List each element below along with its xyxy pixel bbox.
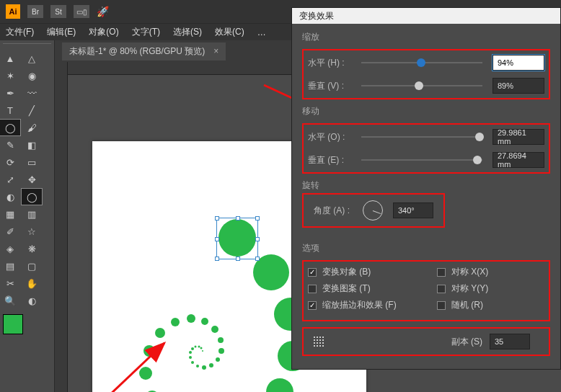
symbol-tool-icon[interactable]: ❋ bbox=[22, 241, 42, 257]
line-tool-icon[interactable]: ╱ bbox=[22, 102, 42, 118]
svg-point-19 bbox=[216, 357, 220, 362]
angle-label: 角度 (A) : bbox=[314, 205, 357, 217]
rect-tool-icon[interactable]: ▭ bbox=[22, 154, 42, 170]
star-tool-icon[interactable]: ☆ bbox=[22, 223, 42, 239]
pen-tool-icon[interactable]: ✒ bbox=[0, 85, 20, 101]
move-heading: 移动 bbox=[302, 105, 550, 117]
toolbox: ▲△ ✶◉ ✒〰 T╱ ◯🖌 ✎◧ ⟳▭ ⤢✥ ◐◯ ▦▥ ✐☆ ◈❋ ▤▢ ✂… bbox=[0, 40, 55, 392]
angle-dial-icon[interactable] bbox=[363, 200, 383, 220]
svg-point-28 bbox=[198, 346, 200, 348]
scale-h-label: 水平 (H) : bbox=[308, 57, 351, 69]
svg-point-16 bbox=[211, 326, 218, 333]
scale-v-label: 垂直 (V) : bbox=[308, 80, 351, 92]
svg-point-18 bbox=[218, 348, 224, 354]
scale-v-input[interactable]: 89% bbox=[492, 78, 544, 94]
svg-point-21 bbox=[202, 365, 206, 370]
scale-h-input[interactable]: 94% bbox=[492, 55, 544, 71]
copies-input[interactable]: 35 bbox=[490, 334, 530, 349]
svg-point-12 bbox=[155, 328, 165, 338]
ellipse2-tool-icon[interactable]: ◯ bbox=[22, 189, 42, 205]
svg-point-15 bbox=[201, 318, 208, 325]
mesh-tool-icon[interactable]: ▦ bbox=[0, 206, 20, 222]
svg-point-27 bbox=[195, 346, 197, 348]
eraser-tool-icon[interactable]: ◧ bbox=[22, 137, 42, 153]
copies-label: 副本 (S) bbox=[451, 336, 482, 348]
artboard-tool-icon[interactable]: ▢ bbox=[22, 258, 42, 274]
reflect-y-checkbox[interactable] bbox=[437, 285, 446, 293]
svg-point-23 bbox=[191, 361, 194, 364]
svg-point-25 bbox=[189, 351, 192, 354]
move-v-slider[interactable] bbox=[361, 159, 482, 161]
svg-point-13 bbox=[171, 318, 180, 326]
transform-object-checkbox[interactable] bbox=[308, 268, 317, 277]
options-group-highlight: 变换对象 (B) 变换图案 (T) 缩放描边和效果 (F) 对称 X(X) 对称… bbox=[302, 260, 550, 321]
rotate-group-highlight: 角度 (A) : 340° bbox=[302, 193, 445, 228]
move-h-slider[interactable] bbox=[361, 136, 482, 138]
stock-icon[interactable]: St bbox=[50, 5, 66, 18]
transform-effect-dialog: 变换效果 缩放 水平 (H) : 94% 垂直 (V) : 89% 移动 水平 … bbox=[291, 7, 561, 370]
toggle-tool-icon[interactable]: ◐ bbox=[22, 293, 42, 308]
reflect-y-label: 对称 Y(Y) bbox=[451, 282, 488, 295]
move-h-input[interactable]: 29.9861 mm bbox=[492, 129, 544, 145]
bridge-icon[interactable]: Br bbox=[27, 5, 43, 18]
reflect-x-checkbox[interactable] bbox=[437, 268, 446, 277]
hand-tool-icon[interactable]: ✋ bbox=[22, 275, 42, 291]
menu-type[interactable]: 文字(T) bbox=[132, 26, 160, 38]
gpu-icon[interactable]: 🚀 bbox=[97, 6, 109, 17]
scale-v-slider[interactable] bbox=[361, 85, 482, 86]
eyedropper-tool-icon[interactable]: ✐ bbox=[0, 223, 20, 239]
type-tool-icon[interactable]: T bbox=[0, 102, 20, 118]
doc-tab[interactable]: 未标题-1* @ 80% (RGB/GPU 预览) × bbox=[62, 43, 226, 61]
svg-point-22 bbox=[196, 365, 199, 368]
reflect-x-label: 对称 X(X) bbox=[451, 266, 488, 278]
ellipse-tool-icon[interactable]: ◯ bbox=[0, 120, 20, 135]
brush-tool-icon[interactable]: 🖌 bbox=[22, 120, 42, 135]
rotate-heading: 旋转 bbox=[302, 179, 550, 192]
move-h-label: 水平 (O) : bbox=[308, 131, 351, 143]
curvature-tool-icon[interactable]: 〰 bbox=[22, 85, 42, 101]
ruler-vertical bbox=[55, 62, 68, 392]
rotate-tool-icon[interactable]: ⟳ bbox=[0, 154, 20, 170]
shaper-tool-icon[interactable]: ✎ bbox=[0, 137, 20, 153]
menu-file[interactable]: 文件(F) bbox=[6, 26, 34, 38]
zoom-tool-icon[interactable]: 🔍 bbox=[0, 293, 20, 308]
arrange-icon[interactable]: ▭▯ bbox=[74, 5, 89, 18]
close-tab-icon[interactable]: × bbox=[213, 46, 218, 56]
selection-tool-icon[interactable]: ▲ bbox=[0, 50, 20, 66]
svg-point-29 bbox=[200, 347, 203, 349]
random-checkbox[interactable] bbox=[437, 301, 446, 310]
svg-point-24 bbox=[189, 356, 192, 359]
scale-h-slider[interactable] bbox=[361, 62, 482, 63]
angle-input[interactable]: 340° bbox=[393, 202, 433, 218]
shapebuilder-tool-icon[interactable]: ◐ bbox=[0, 189, 20, 205]
scale-heading: 缩放 bbox=[302, 31, 550, 43]
svg-point-11 bbox=[143, 345, 155, 357]
slice-tool-icon[interactable]: ✂ bbox=[0, 275, 20, 291]
transform-pattern-checkbox[interactable] bbox=[308, 285, 317, 293]
selection-bounding-box[interactable] bbox=[216, 218, 258, 259]
blend-tool-icon[interactable]: ◈ bbox=[0, 241, 20, 257]
menu-select[interactable]: 选择(S) bbox=[173, 26, 202, 38]
lasso-tool-icon[interactable]: ◉ bbox=[22, 68, 42, 84]
wand-tool-icon[interactable]: ✶ bbox=[0, 68, 20, 84]
svg-point-10 bbox=[139, 367, 152, 380]
fill-swatch[interactable] bbox=[3, 314, 23, 334]
gradient-tool-icon[interactable]: ▥ bbox=[22, 206, 42, 222]
free-transform-icon[interactable]: ✥ bbox=[22, 172, 42, 187]
menu-extra[interactable]: … bbox=[257, 27, 266, 37]
anchor-grid-icon[interactable] bbox=[308, 333, 330, 350]
menu-object[interactable]: 对象(O) bbox=[89, 26, 118, 38]
move-group-highlight: 水平 (O) : 29.9861 mm 垂直 (E) : 27.8694 mm bbox=[302, 123, 550, 174]
menu-effect[interactable]: 效果(C) bbox=[215, 26, 244, 38]
move-v-input[interactable]: 27.8694 mm bbox=[492, 152, 544, 168]
copies-group-highlight: 副本 (S) 35 bbox=[302, 327, 550, 356]
scale-tool-icon[interactable]: ⤢ bbox=[0, 172, 20, 187]
transform-pattern-label: 变换图案 (T) bbox=[322, 282, 371, 295]
direct-select-tool-icon[interactable]: △ bbox=[22, 50, 42, 66]
svg-point-30 bbox=[202, 350, 203, 352]
graph-tool-icon[interactable]: ▤ bbox=[0, 258, 20, 274]
menu-edit[interactable]: 编辑(E) bbox=[47, 26, 76, 38]
doc-tab-title: 未标题-1* @ 80% (RGB/GPU 预览) bbox=[69, 45, 205, 58]
scale-stroke-checkbox[interactable] bbox=[308, 301, 317, 310]
scale-stroke-label: 缩放描边和效果 (F) bbox=[322, 299, 397, 311]
